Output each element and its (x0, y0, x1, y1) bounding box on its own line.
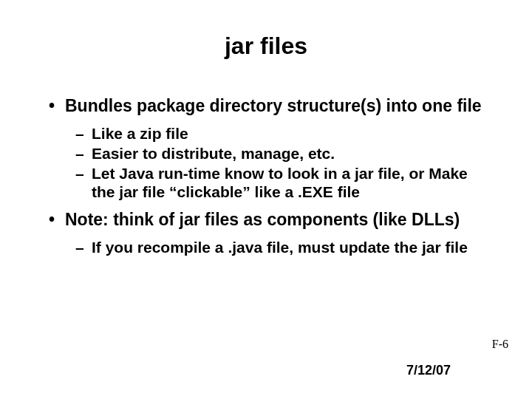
spacer (44, 202, 495, 210)
page-number: F-6 (492, 338, 508, 351)
bullet-level1: Bundles package directory structure(s) i… (44, 96, 495, 117)
bullet-level1: Note: think of jar files as components (… (44, 210, 495, 231)
bullet-level2: Easier to distribute, manage, etc. (44, 144, 495, 163)
bullet-level2: Let Java run-time know to look in a jar … (44, 164, 495, 201)
footer-date: 7/12/07 (406, 363, 451, 378)
slide-body: Bundles package directory structure(s) i… (44, 96, 495, 258)
slide-title: jar files (0, 33, 532, 60)
slide: jar files Bundles package directory stru… (0, 0, 532, 399)
bullet-level2: Like a zip file (44, 124, 495, 143)
bullet-level2: If you recompile a .java file, must upda… (44, 238, 495, 256)
